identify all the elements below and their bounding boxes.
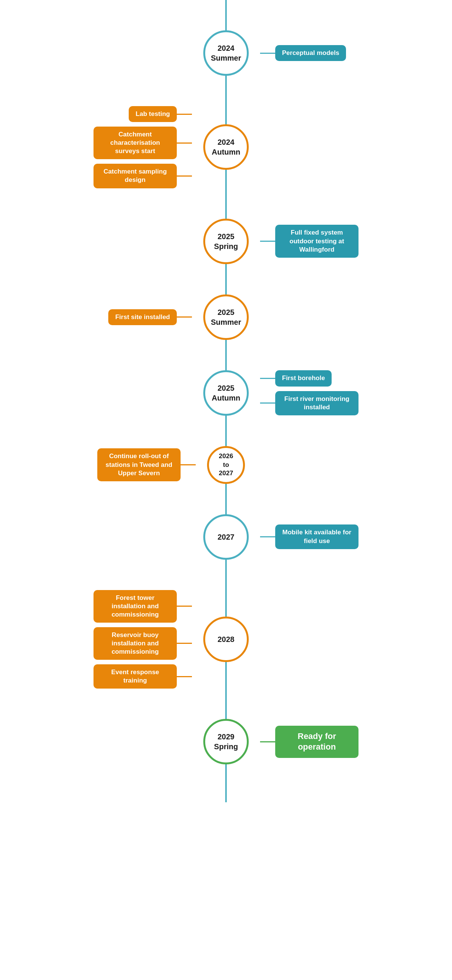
badge-event-response-training: Event response training	[94, 664, 177, 689]
left-2026-2027: Continue roll-out of stations in Tweed a…	[0, 448, 207, 481]
node-2028: 2028	[203, 617, 249, 662]
right-2024-summer: Perceptual models	[249, 45, 452, 61]
row-2029-spring: 2029Spring Ready for operation	[0, 704, 452, 780]
row-2028: Forest tower installation and commission…	[0, 575, 452, 704]
badge-wrapper-mobile-kit: Mobile kit available for field use	[260, 525, 358, 549]
badge-lab-testing: Lab testing	[129, 106, 177, 122]
node-label-2026-2027: 2026to2027	[219, 452, 233, 477]
connector-catchment-sampling	[177, 175, 192, 177]
badge-perceptual-models: Perceptual models	[275, 45, 346, 61]
right-2025-spring: Full fixed system outdoor testing at Wal…	[249, 225, 452, 257]
node-label-2024-autumn: 2024Autumn	[212, 137, 240, 157]
row-2025-spring: 2025Spring Full fixed system outdoor tes…	[0, 204, 452, 279]
badge-first-borehole: First borehole	[275, 370, 331, 386]
node-2027: 2027	[203, 514, 249, 560]
badge-reservoir-buoy: Reservoir buoy installation and commissi…	[94, 627, 177, 660]
node-label-2025-autumn: 2025Autumn	[212, 383, 240, 403]
timeline-container: 2024Summer Perceptual models Lab testing…	[0, 0, 452, 802]
badge-wrapper-ready: Ready for operation	[260, 726, 358, 758]
badge-wrapper-first-site: First site installed	[108, 309, 192, 325]
right-2027: Mobile kit available for field use	[249, 525, 452, 549]
connector-event-response	[177, 676, 192, 677]
connector-perceptual	[260, 52, 275, 54]
node-2026-2027: 2026to2027	[207, 446, 245, 484]
left-2024-autumn: Lab testing Catchment characterisation s…	[0, 106, 203, 188]
left-2028: Forest tower installation and commission…	[0, 590, 203, 689]
badge-wrapper-catchment-sampling: Catchment sampling design	[94, 164, 192, 188]
badge-continue-rollout: Continue roll-out of stations in Tweed a…	[97, 448, 181, 481]
node-2024-autumn: 2024Autumn	[203, 124, 249, 170]
left-2025-summer: First site installed	[0, 309, 203, 325]
right-2029-spring: Ready for operation	[249, 726, 452, 758]
connector-first-river	[260, 402, 275, 404]
badge-ready-for-operation: Ready for operation	[275, 726, 358, 758]
badge-wrapper-rollout: Continue roll-out of stations in Tweed a…	[97, 448, 196, 481]
badge-wrapper-full-fixed: Full fixed system outdoor testing at Wal…	[260, 225, 358, 257]
badge-wrapper-first-river: First river monitoring installed	[260, 391, 358, 415]
badge-wrapper-event-response: Event response training	[94, 664, 192, 689]
badge-forest-tower: Forest tower installation and commission…	[94, 590, 177, 623]
connector-forest-tower	[177, 606, 192, 607]
node-2025-summer: 2025Summer	[203, 294, 249, 340]
connector-first-borehole	[260, 378, 275, 379]
connector-mobile-kit	[260, 536, 275, 538]
node-2024-summer: 2024Summer	[203, 30, 249, 76]
row-2025-autumn: 2025Autumn First borehole First river mo…	[0, 355, 452, 431]
badge-mobile-kit: Mobile kit available for field use	[275, 525, 358, 549]
connector-catchment-char	[177, 143, 192, 144]
node-label-2025-summer: 2025Summer	[211, 307, 241, 327]
badge-catchment-sampling-design: Catchment sampling design	[94, 164, 177, 188]
connector-lab	[177, 114, 192, 115]
row-2026-2027: Continue roll-out of stations in Tweed a…	[0, 431, 452, 499]
badge-first-site-installed: First site installed	[108, 309, 177, 325]
badge-wrapper-reservoir-buoy: Reservoir buoy installation and commissi…	[94, 627, 192, 660]
node-label-2029-spring: 2029Spring	[214, 732, 238, 751]
connector-first-site	[177, 317, 192, 318]
row-2024-summer: 2024Summer Perceptual models	[0, 15, 452, 91]
badge-wrapper-lab: Lab testing	[129, 106, 192, 122]
connector-reservoir-buoy	[177, 643, 192, 644]
node-label-2027: 2027	[218, 532, 235, 542]
badge-wrapper-forest-tower: Forest tower installation and commission…	[94, 590, 192, 623]
node-label-2025-spring: 2025Spring	[214, 232, 238, 251]
badge-full-fixed-system: Full fixed system outdoor testing at Wal…	[275, 225, 358, 257]
node-label-2024-summer: 2024Summer	[211, 43, 241, 63]
row-2024-autumn: Lab testing Catchment characterisation s…	[0, 91, 452, 204]
badge-wrapper-catchment-char: Catchment characterisation surveys start	[94, 127, 192, 159]
right-2025-autumn: First borehole First river monitoring in…	[249, 370, 452, 415]
node-2025-spring: 2025Spring	[203, 219, 249, 264]
badge-wrapper-perceptual: Perceptual models	[260, 45, 346, 61]
node-2025-autumn: 2025Autumn	[203, 370, 249, 416]
badge-wrapper-first-borehole: First borehole	[260, 370, 331, 386]
badge-catchment-characterisation: Catchment characterisation surveys start	[94, 127, 177, 159]
badge-first-river-monitoring: First river monitoring installed	[275, 391, 358, 415]
row-2027: 2027 Mobile kit available for field use	[0, 499, 452, 575]
connector-full-fixed	[260, 241, 275, 242]
row-2025-summer: First site installed 2025Summer	[0, 279, 452, 355]
connector-rollout	[181, 464, 196, 465]
node-2029-spring: 2029Spring	[203, 719, 249, 764]
node-label-2028: 2028	[218, 635, 235, 644]
connector-ready	[260, 741, 275, 742]
